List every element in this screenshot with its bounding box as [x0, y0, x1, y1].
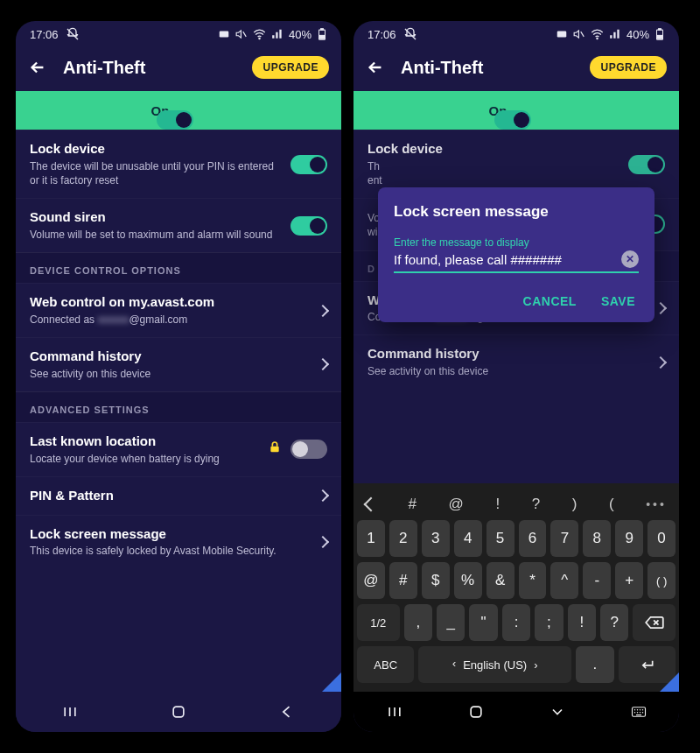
chevron-icon [317, 304, 329, 316]
key[interactable]: ; [535, 604, 563, 641]
key-symbols-switch[interactable]: 1/2 [357, 604, 400, 641]
back-button[interactable] [366, 58, 385, 77]
key[interactable]: ^ [550, 562, 578, 599]
card-icon [218, 28, 230, 40]
svg-rect-24 [471, 707, 481, 717]
key[interactable]: & [486, 562, 514, 599]
key[interactable]: 8 [583, 520, 611, 557]
key[interactable]: ! [568, 604, 596, 641]
svg-point-27 [636, 709, 638, 711]
cancel-button[interactable]: CANCEL [523, 294, 577, 308]
key[interactable]: 1 [357, 520, 385, 557]
card-icon [556, 28, 568, 40]
key[interactable]: 7 [550, 520, 578, 557]
key[interactable]: : [502, 604, 530, 641]
suggestion[interactable]: ) [572, 496, 578, 513]
lock-message-input[interactable] [394, 252, 614, 267]
key[interactable]: % [454, 562, 482, 599]
row-sound-siren[interactable]: Sound siren Volume will be set to maximu… [16, 198, 341, 252]
svg-rect-11 [173, 707, 184, 717]
last-known-toggle[interactable] [290, 440, 327, 459]
lock-msg-title: Lock screen message [30, 526, 308, 543]
key[interactable]: @ [357, 562, 385, 599]
app-header: Anti-Theft UPGRADE [354, 47, 679, 91]
save-button[interactable]: SAVE [601, 294, 635, 308]
row-last-known-location[interactable]: Last known location Locate your device w… [16, 422, 341, 476]
battery-icon [654, 28, 665, 40]
keyboard: # @ ! ? ) ( ••• 1 2 3 4 5 6 7 8 9 0 @ # … [354, 483, 679, 692]
key[interactable]: # [389, 562, 417, 599]
battery-pct: 40% [626, 28, 649, 41]
hide-keyboard-button[interactable] [546, 700, 569, 723]
key[interactable]: 0 [648, 520, 676, 557]
row-lock-screen-message[interactable]: Lock screen message This device is safel… [16, 515, 341, 569]
status-time: 17:06 [30, 28, 59, 41]
android-back-button[interactable] [276, 700, 298, 723]
suggestion[interactable]: ! [495, 496, 500, 513]
sound-siren-toggle[interactable] [290, 216, 327, 236]
command-history-sub: See activity on this device [368, 364, 646, 378]
recents-button[interactable] [383, 700, 406, 723]
mute-icon [235, 28, 248, 40]
row-lock-device[interactable]: Lock device The device will be unusable … [16, 130, 341, 198]
lock-icon [268, 440, 282, 458]
home-button[interactable] [167, 700, 190, 723]
suggestion[interactable]: ? [532, 496, 540, 513]
recents-button[interactable] [59, 700, 81, 723]
suggestion[interactable]: # [409, 496, 416, 513]
svg-rect-17 [659, 29, 662, 30]
key[interactable]: + [615, 562, 643, 599]
on-strip: On [16, 91, 341, 130]
lock-device-toggle[interactable] [628, 155, 665, 174]
last-known-title: Last known location [30, 433, 257, 450]
kbd-more-icon[interactable]: ••• [646, 497, 667, 511]
key[interactable]: 6 [519, 520, 547, 557]
suggestion[interactable]: ( [609, 496, 614, 513]
key[interactable]: 4 [454, 520, 482, 557]
lock-device-toggle[interactable] [290, 155, 327, 174]
key[interactable]: * [519, 562, 547, 599]
status-time: 17:06 [368, 28, 396, 41]
master-toggle[interactable] [157, 110, 193, 130]
key[interactable]: ? [600, 604, 628, 641]
keyboard-suggestion-row: # @ ! ? ) ( ••• [357, 489, 676, 520]
key[interactable]: 2 [389, 520, 417, 557]
page-title: Anti-Theft [63, 58, 236, 78]
suggestion[interactable]: @ [449, 496, 464, 513]
battery-icon [317, 28, 327, 40]
master-toggle[interactable] [494, 110, 531, 130]
key-backspace[interactable] [633, 604, 676, 641]
last-known-sub: Locate your device when battery is dying [30, 452, 257, 466]
battery-pct: 40% [289, 28, 312, 41]
row-command-history[interactable]: Command history See activity on this dev… [354, 334, 679, 389]
key[interactable]: - [583, 562, 611, 599]
key[interactable]: , [404, 604, 432, 641]
key[interactable]: _ [437, 604, 465, 641]
key-space[interactable]: › English (US) › [418, 646, 571, 683]
keyboard-switch-button[interactable] [627, 700, 650, 723]
lock-device-sub: The device will be unusable until your P… [30, 159, 280, 187]
section-advanced: ADVANCED SETTINGS [16, 391, 341, 422]
key[interactable]: 3 [422, 520, 450, 557]
key-abc[interactable]: ABC [357, 646, 414, 683]
key[interactable]: $ [422, 562, 450, 599]
row-pin-pattern[interactable]: PIN & Pattern [16, 476, 341, 515]
row-command-history[interactable]: Command history See activity on this dev… [16, 337, 341, 391]
svg-point-29 [641, 709, 643, 711]
sound-siren-title: Sound siren [30, 209, 280, 226]
upgrade-button[interactable]: UPGRADE [590, 56, 667, 79]
row-web-control[interactable]: Web control on my.avast.com Connected as… [16, 283, 341, 337]
key[interactable]: . [576, 646, 614, 683]
kbd-collapse-icon[interactable] [364, 497, 379, 512]
key[interactable]: " [469, 604, 497, 641]
back-button[interactable] [28, 58, 47, 77]
key[interactable]: ( ) [648, 562, 676, 599]
home-button[interactable] [465, 700, 487, 723]
key[interactable]: 5 [486, 520, 514, 557]
dnd-icon [66, 27, 80, 41]
clear-input-button[interactable]: ✕ [621, 250, 639, 268]
upgrade-button[interactable]: UPGRADE [252, 56, 329, 79]
svg-point-32 [639, 712, 640, 714]
key[interactable]: 9 [615, 520, 643, 557]
app-header: Anti-Theft UPGRADE [16, 47, 341, 91]
